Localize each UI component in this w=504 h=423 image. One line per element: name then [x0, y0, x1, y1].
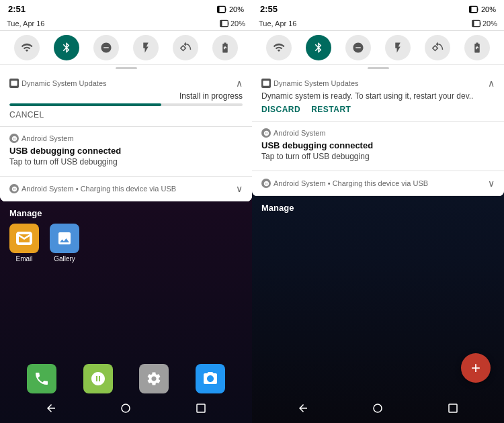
right-discard-btn[interactable]: DISCARD [261, 105, 300, 114]
left-notif-usb[interactable]: Android System USB debugging connected T… [0, 127, 252, 177]
right-dsu-actions: DISCARD RESTART [261, 105, 495, 114]
svg-rect-13 [472, 21, 474, 26]
right-tile-wifi[interactable] [266, 35, 292, 60]
right-qs-handle [252, 65, 504, 71]
right-qs-battery-text: 20% [482, 19, 497, 28]
right-dsu-body: Dynamic system is ready. To start using … [261, 91, 495, 101]
left-tile-bluetooth[interactable] [54, 35, 79, 60]
right-dsu-header: Dynamic System Updates ∧ [261, 78, 495, 89]
left-dsu-app-name: Dynamic System Updates [9, 79, 107, 88]
left-usb-title: USB debugging connected [9, 146, 243, 156]
right-charging-icon [261, 179, 271, 188]
left-email-icon [9, 224, 39, 253]
left-time: 2:51 [8, 4, 26, 14]
battery-icon-right [469, 5, 478, 13]
right-phone: 2:55 20% Tue, Apr 16 20% [252, 0, 504, 423]
left-tile-wifi[interactable] [14, 35, 40, 60]
left-progress-fill [9, 103, 161, 106]
qs-battery-icon-left [220, 19, 229, 28]
qs-battery-icon-right [472, 19, 481, 28]
right-dsu-app-name: Dynamic System Updates [261, 79, 359, 88]
left-tile-rotate[interactable] [173, 35, 198, 60]
left-recents-btn[interactable] [193, 400, 209, 416]
right-tile-bluetooth[interactable] [306, 35, 331, 60]
left-usb-label: Android System [22, 134, 74, 142]
left-nav-bar [0, 393, 252, 423]
left-app-email[interactable]: Email [9, 224, 39, 263]
left-charging-icon [9, 184, 19, 193]
right-restart-btn[interactable]: RESTART [311, 105, 351, 114]
left-tile-dnd[interactable] [93, 35, 119, 60]
right-dsu-chevron[interactable]: ∧ [488, 78, 495, 89]
right-manage-section: Manage [252, 196, 504, 222]
left-dock-phone[interactable] [27, 364, 56, 393]
left-charging-app-name: Android System • Charging this device vi… [9, 184, 176, 193]
left-tile-battery-saver[interactable] [212, 35, 238, 60]
left-dock-camera[interactable] [196, 364, 225, 393]
left-notif-charging[interactable]: Android System • Charging this device vi… [0, 177, 252, 201]
battery-icon-left [217, 5, 226, 13]
left-notification-shade: 2:51 20% Tue, Apr 16 20% [0, 0, 252, 201]
left-gallery-icon [50, 224, 79, 253]
right-charging-chevron[interactable]: ∨ [488, 178, 495, 189]
right-tile-dnd[interactable] [345, 35, 371, 60]
left-qs-handle [0, 65, 252, 71]
right-notif-charging[interactable]: Android System • Charging this device vi… [252, 171, 504, 196]
left-progress-bg [9, 103, 243, 106]
right-back-btn[interactable] [295, 400, 311, 416]
right-usb-app-name: Android System [261, 128, 326, 138]
svg-point-14 [374, 404, 382, 412]
left-usb-icon [9, 134, 19, 143]
right-usb-header: Android System [261, 128, 495, 138]
left-notif-dsu[interactable]: Dynamic System Updates ∧ Install in prog… [0, 71, 252, 127]
right-tile-battery-saver[interactable] [464, 35, 490, 60]
left-dsu-chevron[interactable]: ∧ [236, 78, 243, 89]
left-dock [0, 364, 252, 393]
right-handle-bar [368, 67, 389, 69]
right-qs-battery: 20% [472, 19, 497, 28]
svg-rect-7 [197, 404, 205, 412]
right-charging-label: Android System • Charging this device vi… [274, 179, 428, 187]
right-notif-dsu[interactable]: Dynamic System Updates ∧ Dynamic system … [252, 71, 504, 122]
left-status-right: 20% [217, 5, 244, 13]
left-handle-bar [116, 67, 137, 69]
right-tile-rotate[interactable] [425, 35, 450, 60]
right-qs-date: Tue, Apr 16 [259, 19, 296, 28]
right-dsu-icon [261, 79, 271, 88]
left-qs-battery-text: 20% [230, 19, 245, 28]
right-home-btn[interactable] [370, 400, 386, 416]
left-home-btn[interactable] [118, 400, 134, 416]
right-fab[interactable]: + [461, 353, 491, 383]
svg-rect-12 [480, 22, 480, 25]
left-qs-tiles [0, 31, 252, 65]
right-nav-bar [252, 393, 504, 423]
left-dsu-icon [9, 79, 19, 88]
left-phone: 2:51 20% Tue, Apr 16 20% [0, 0, 252, 423]
left-manage-section: Manage Email Gallery [0, 201, 252, 272]
svg-rect-1 [225, 8, 226, 11]
svg-point-6 [122, 404, 130, 412]
left-charging-chevron[interactable]: ∨ [236, 183, 243, 194]
left-app-gallery[interactable]: Gallery [50, 224, 79, 263]
right-recents-btn[interactable] [445, 400, 461, 416]
left-dock-settings[interactable] [139, 364, 169, 393]
right-status-bar: 2:55 20% [252, 0, 504, 17]
left-gallery-label: Gallery [54, 255, 75, 263]
left-qs-header: Tue, Apr 16 20% [0, 17, 252, 31]
right-notif-usb[interactable]: Android System USB debugging connected T… [252, 122, 504, 171]
right-battery: 20% [481, 5, 496, 13]
left-cancel-action[interactable]: CANCEL [9, 110, 243, 120]
right-usb-body: Tap to turn off USB debugging [261, 152, 495, 161]
right-usb-icon [261, 128, 271, 138]
left-dsu-header: Dynamic System Updates ∧ [9, 78, 243, 89]
left-manage-title: Manage [9, 208, 243, 218]
left-dock-app2[interactable] [83, 364, 113, 393]
right-status-right: 20% [469, 5, 496, 13]
left-tile-flashlight[interactable] [133, 35, 159, 60]
left-charging-label: Android System • Charging this device vi… [22, 185, 176, 193]
left-battery: 20% [229, 5, 244, 13]
right-charging-app-name: Android System • Charging this device vi… [261, 179, 428, 188]
right-tile-flashlight[interactable] [385, 35, 411, 60]
left-back-btn[interactable] [43, 400, 59, 416]
left-status-bar: 2:51 20% [0, 0, 252, 17]
